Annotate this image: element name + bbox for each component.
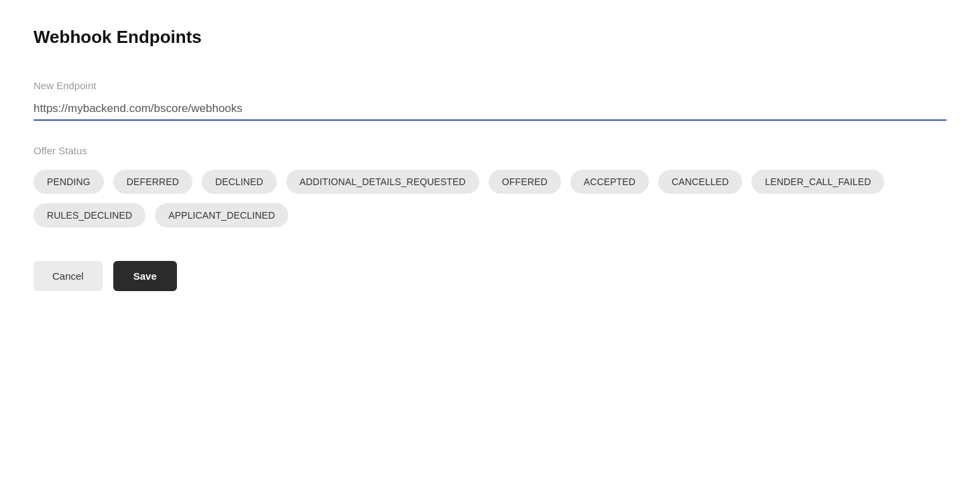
offer-status-tag[interactable]: LENDER_CALL_FAILED	[751, 170, 884, 194]
endpoint-label: New Endpoint	[34, 80, 946, 91]
save-button[interactable]: Save	[113, 261, 177, 291]
endpoint-input-wrapper	[34, 98, 946, 121]
form-actions: Cancel Save	[34, 261, 946, 291]
offer-status-label: Offer Status	[34, 145, 946, 156]
endpoint-input[interactable]	[34, 98, 946, 121]
offer-status-tag[interactable]: ACCEPTED	[570, 170, 649, 194]
tags-container: PENDINGDEFERREDDECLINEDADDITIONAL_DETAIL…	[34, 170, 946, 227]
offer-status-tag[interactable]: RULES_DECLINED	[34, 203, 145, 227]
offer-status-tag[interactable]: DECLINED	[202, 170, 277, 194]
page-title: Webhook Endpoints	[34, 27, 946, 48]
webhook-form: New Endpoint Offer Status PENDINGDEFERRE…	[34, 80, 946, 291]
cancel-button[interactable]: Cancel	[34, 261, 103, 291]
offer-status-tag[interactable]: APPLICANT_DECLINED	[155, 203, 288, 227]
offer-status-tag[interactable]: CANCELLED	[658, 170, 742, 194]
offer-status-tag[interactable]: DEFERRED	[113, 170, 192, 194]
offer-status-tag[interactable]: ADDITIONAL_DETAILS_REQUESTED	[286, 170, 479, 194]
offer-status-tag[interactable]: OFFERED	[489, 170, 561, 194]
offer-status-tag[interactable]: PENDING	[34, 170, 104, 194]
